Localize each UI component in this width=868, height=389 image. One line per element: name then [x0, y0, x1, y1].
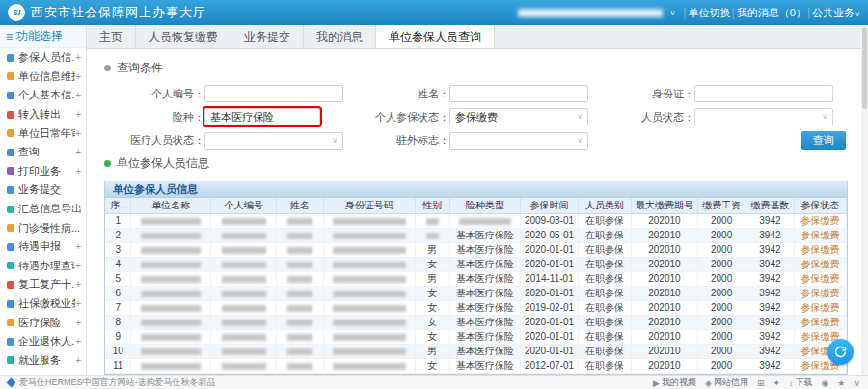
cell-personal_no — [211, 315, 277, 329]
cell-personal_no — [211, 286, 277, 300]
sidebar-item[interactable]: 个人基本信...+ — [0, 86, 86, 105]
cell-name — [277, 329, 323, 344]
personal_no-redacted — [222, 291, 266, 297]
select-personal-insured-status[interactable]: 参保缴费 — [449, 108, 588, 125]
table-row[interactable]: 3男基本医疗保险2020-01-01在职参保20201020003942参保缴费 — [105, 242, 847, 257]
sidebar-item[interactable]: 汇总信息导出 — [0, 200, 86, 219]
form-field: 险种：基本医疗保险 — [112, 108, 357, 125]
table-row[interactable]: 2基本医疗保险2020-05-01在职参保20201020003942参保缴费 — [105, 228, 847, 242]
sidebar-header[interactable]: ≡ 功能选择 — [0, 25, 86, 48]
statusbar-item[interactable]: ∨ — [854, 378, 860, 388]
site-link[interactable]: 爱马仕HERMES中国官方网站-选购爱马仕秋冬新品 — [19, 376, 216, 389]
cell-wage: 2000 — [697, 271, 746, 286]
personal_no-redacted — [222, 233, 266, 239]
sidebar-item[interactable]: 参保人员信...+ — [0, 48, 86, 68]
menu-item-icon — [7, 186, 14, 194]
cell-insurance: 基本医疗保险 — [449, 271, 521, 286]
cell-insurance: 基本医疗保险 — [449, 358, 521, 373]
topbar-menu-item[interactable]: 我的消息（0） — [737, 7, 806, 18]
cell-period: 202010 — [632, 228, 697, 242]
menu-item-icon — [7, 356, 14, 364]
topbar-menu-item[interactable]: 公共业务 — [812, 7, 854, 18]
refresh-button[interactable] — [827, 339, 854, 365]
statusbar-item[interactable]: ↓下载 — [789, 376, 813, 389]
tab[interactable]: 业务提交 — [231, 25, 304, 48]
sidebar-item[interactable]: 待遇办理查询+ — [0, 257, 86, 276]
menu-item-icon — [7, 243, 14, 251]
menu-item-icon — [7, 149, 14, 156]
sidebar-item[interactable]: 待遇申报+ — [0, 237, 86, 257]
statusbar-item[interactable]: ▶我的视频 — [653, 376, 696, 389]
personal_no-redacted — [222, 247, 266, 254]
sidebar-item[interactable]: 查询+ — [0, 143, 86, 162]
cell-insurance: 基本医疗保险 — [449, 228, 521, 242]
select-medical-person-status[interactable] — [204, 132, 343, 150]
table-row[interactable]: 9女基本医疗保险2020-01-01在职参保20201020003942参保缴费 — [105, 329, 847, 344]
topbar-menu-item[interactable]: 单位切换 — [689, 7, 731, 18]
input-insurance-type[interactable]: 基本医疗保险 — [204, 108, 320, 125]
sidebar-item[interactable]: 单位信息维护+ — [0, 68, 86, 87]
input-personal-no[interactable] — [204, 85, 343, 102]
sidebar-item-label: 单位信息维护 — [18, 69, 75, 84]
cell-name — [277, 271, 323, 286]
name-redacted — [287, 363, 312, 370]
cell-name — [277, 315, 323, 329]
menu-item-icon — [7, 111, 14, 119]
table-row[interactable]: 11女基本医疗保险2012-07-01在职参保20201020003942参保缴… — [105, 358, 847, 373]
menu-item-icon — [7, 72, 14, 80]
id_no-redacted — [333, 233, 406, 239]
gender-redacted — [426, 233, 439, 239]
form-row: 医疗人员状态：驻外标志：查询 — [112, 131, 846, 150]
statusbar-item[interactable]: ◉ — [821, 378, 828, 388]
search-button[interactable]: 查询 — [801, 131, 846, 150]
sidebar-item[interactable]: 复工复产十...+ — [0, 275, 86, 294]
id_no-redacted — [333, 320, 406, 326]
scrollbar-thumb[interactable] — [862, 27, 867, 109]
statusbar-item[interactable]: ◈网站信用 — [705, 376, 748, 389]
statusbar-item[interactable]: ✦ — [773, 378, 780, 388]
input-id-card[interactable] — [694, 85, 833, 102]
table-row[interactable]: 7女基本医疗保险2019-02-01在职参保20201020003942参保缴费 — [105, 300, 847, 315]
cell-gender: 男 — [415, 344, 449, 358]
personal_no-redacted — [222, 348, 266, 355]
cell-period: 202010 — [632, 300, 697, 315]
table-row[interactable]: 8女基本医疗保险2020-01-01在职参保20201020003942参保缴费 — [105, 315, 847, 329]
sidebar-item[interactable]: 就业服务+ — [0, 351, 86, 371]
content-panel: 查询条件 个人编号：姓名：身份证：险种：基本医疗保险个人参保状态：参保缴费人员状… — [87, 49, 861, 375]
statusbar-item[interactable]: ★ — [837, 378, 845, 388]
company-redacted — [141, 334, 201, 341]
table-row[interactable]: 10男基本医疗保险2020-01-01在职参保20201020003942参保缴… — [105, 344, 847, 358]
sidebar-item[interactable]: 企业退休人...+ — [0, 332, 86, 351]
cell-base: 3942 — [746, 257, 794, 271]
sidebar-item[interactable]: 单位日常年审+ — [0, 124, 86, 143]
cell-insurance: 基本医疗保险 — [449, 257, 521, 271]
tab[interactable]: 单位参保人员查询 — [376, 25, 495, 48]
sidebar-item[interactable]: 门诊慢性病... — [0, 218, 86, 237]
sidebar-item[interactable]: 社保缴税业务+ — [0, 294, 86, 314]
select-abroad-flag[interactable] — [449, 132, 588, 150]
table-row[interactable]: 5男基本医疗保险2014-11-01在职参保20201020003942参保缴费 — [105, 271, 847, 286]
cell-status: 参保缴费 — [795, 228, 847, 242]
table-row[interactable]: 4女基本医疗保险2020-01-01在职参保20201020003942参保缴费 — [105, 257, 847, 271]
tab[interactable]: 主页 — [87, 25, 136, 48]
expand-icon: + — [75, 298, 81, 309]
statusbar-item[interactable]: ⊞ — [757, 378, 765, 388]
cell-no: 2 — [105, 228, 131, 242]
chevron-down-icon[interactable]: ∨ — [669, 9, 675, 17]
select-person-state[interactable] — [694, 108, 833, 125]
table-row[interactable]: 6女基本医疗保险2020-01-01在职参保20201020003942参保缴费 — [105, 286, 847, 300]
sidebar-item[interactable]: 转入转出+ — [0, 105, 86, 125]
cell-date: 2020-01-01 — [521, 257, 578, 271]
tab[interactable]: 人员恢复缴费 — [136, 25, 231, 48]
result-section-header: 单位参保人员信息 — [104, 155, 852, 172]
sidebar-item[interactable]: 打印业务+ — [0, 162, 86, 181]
table-row[interactable]: 12009-03-01在职参保20201020003942参保缴费 — [105, 213, 847, 228]
sidebar-item[interactable]: 业务提交 — [0, 181, 86, 200]
cell-date: 2019-02-01 — [521, 300, 578, 315]
cell-status: 参保缴费 — [795, 213, 847, 228]
input-name[interactable] — [449, 85, 588, 102]
cell-name — [277, 242, 323, 257]
cell-category: 在职参保 — [578, 213, 632, 228]
sidebar-item[interactable]: 医疗保险+ — [0, 313, 86, 332]
tab[interactable]: 我的消息 — [304, 25, 376, 48]
